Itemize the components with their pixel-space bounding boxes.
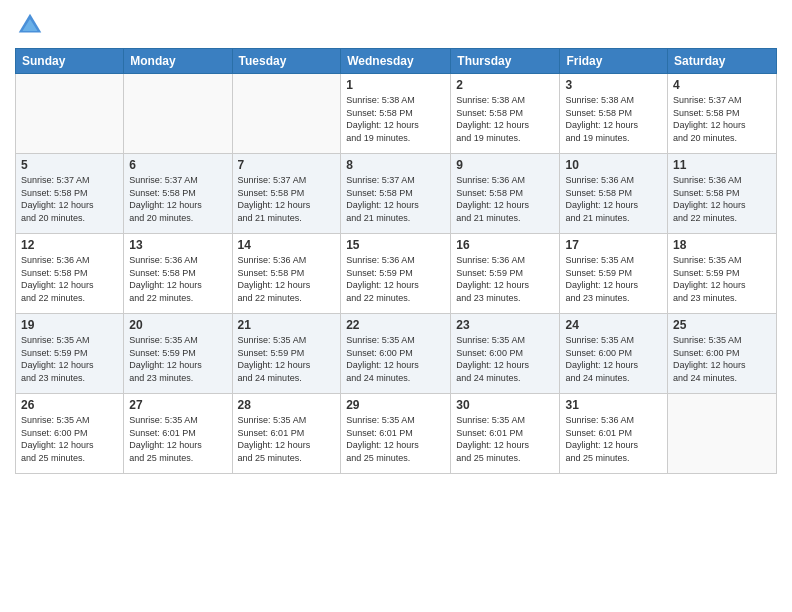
day-number: 12	[21, 238, 118, 252]
day-number: 10	[565, 158, 662, 172]
day-info: Sunrise: 5:35 AM Sunset: 6:00 PM Dayligh…	[565, 334, 662, 384]
day-number: 3	[565, 78, 662, 92]
calendar-cell: 18Sunrise: 5:35 AM Sunset: 5:59 PM Dayli…	[668, 234, 777, 314]
week-row-1: 1Sunrise: 5:38 AM Sunset: 5:58 PM Daylig…	[16, 74, 777, 154]
day-info: Sunrise: 5:35 AM Sunset: 6:01 PM Dayligh…	[346, 414, 445, 464]
calendar-cell: 17Sunrise: 5:35 AM Sunset: 5:59 PM Dayli…	[560, 234, 668, 314]
day-info: Sunrise: 5:35 AM Sunset: 5:59 PM Dayligh…	[565, 254, 662, 304]
day-info: Sunrise: 5:36 AM Sunset: 5:59 PM Dayligh…	[456, 254, 554, 304]
day-number: 29	[346, 398, 445, 412]
calendar-cell: 14Sunrise: 5:36 AM Sunset: 5:58 PM Dayli…	[232, 234, 341, 314]
week-row-2: 5Sunrise: 5:37 AM Sunset: 5:58 PM Daylig…	[16, 154, 777, 234]
day-number: 24	[565, 318, 662, 332]
day-info: Sunrise: 5:35 AM Sunset: 6:00 PM Dayligh…	[673, 334, 771, 384]
day-info: Sunrise: 5:38 AM Sunset: 5:58 PM Dayligh…	[456, 94, 554, 144]
calendar-cell	[124, 74, 232, 154]
day-info: Sunrise: 5:36 AM Sunset: 5:58 PM Dayligh…	[129, 254, 226, 304]
calendar-cell: 29Sunrise: 5:35 AM Sunset: 6:01 PM Dayli…	[341, 394, 451, 474]
day-header-sunday: Sunday	[16, 49, 124, 74]
day-info: Sunrise: 5:37 AM Sunset: 5:58 PM Dayligh…	[129, 174, 226, 224]
day-info: Sunrise: 5:37 AM Sunset: 5:58 PM Dayligh…	[346, 174, 445, 224]
calendar-body: 1Sunrise: 5:38 AM Sunset: 5:58 PM Daylig…	[16, 74, 777, 474]
calendar-cell: 25Sunrise: 5:35 AM Sunset: 6:00 PM Dayli…	[668, 314, 777, 394]
calendar-cell: 10Sunrise: 5:36 AM Sunset: 5:58 PM Dayli…	[560, 154, 668, 234]
calendar-cell: 4Sunrise: 5:37 AM Sunset: 5:58 PM Daylig…	[668, 74, 777, 154]
calendar-cell: 28Sunrise: 5:35 AM Sunset: 6:01 PM Dayli…	[232, 394, 341, 474]
day-number: 8	[346, 158, 445, 172]
day-info: Sunrise: 5:37 AM Sunset: 5:58 PM Dayligh…	[673, 94, 771, 144]
day-info: Sunrise: 5:36 AM Sunset: 5:58 PM Dayligh…	[238, 254, 336, 304]
calendar-cell	[16, 74, 124, 154]
day-number: 31	[565, 398, 662, 412]
calendar-cell: 21Sunrise: 5:35 AM Sunset: 5:59 PM Dayli…	[232, 314, 341, 394]
day-info: Sunrise: 5:38 AM Sunset: 5:58 PM Dayligh…	[565, 94, 662, 144]
day-number: 4	[673, 78, 771, 92]
calendar-header: SundayMondayTuesdayWednesdayThursdayFrid…	[16, 49, 777, 74]
day-info: Sunrise: 5:36 AM Sunset: 5:58 PM Dayligh…	[565, 174, 662, 224]
day-info: Sunrise: 5:35 AM Sunset: 5:59 PM Dayligh…	[673, 254, 771, 304]
day-info: Sunrise: 5:36 AM Sunset: 6:01 PM Dayligh…	[565, 414, 662, 464]
calendar-cell: 15Sunrise: 5:36 AM Sunset: 5:59 PM Dayli…	[341, 234, 451, 314]
calendar-cell: 24Sunrise: 5:35 AM Sunset: 6:00 PM Dayli…	[560, 314, 668, 394]
day-number: 1	[346, 78, 445, 92]
day-header-thursday: Thursday	[451, 49, 560, 74]
day-number: 5	[21, 158, 118, 172]
calendar-cell	[668, 394, 777, 474]
calendar-cell: 7Sunrise: 5:37 AM Sunset: 5:58 PM Daylig…	[232, 154, 341, 234]
calendar-cell: 2Sunrise: 5:38 AM Sunset: 5:58 PM Daylig…	[451, 74, 560, 154]
day-number: 26	[21, 398, 118, 412]
calendar-cell: 16Sunrise: 5:36 AM Sunset: 5:59 PM Dayli…	[451, 234, 560, 314]
week-row-5: 26Sunrise: 5:35 AM Sunset: 6:00 PM Dayli…	[16, 394, 777, 474]
day-info: Sunrise: 5:37 AM Sunset: 5:58 PM Dayligh…	[238, 174, 336, 224]
calendar-cell: 26Sunrise: 5:35 AM Sunset: 6:00 PM Dayli…	[16, 394, 124, 474]
day-number: 25	[673, 318, 771, 332]
day-info: Sunrise: 5:35 AM Sunset: 5:59 PM Dayligh…	[129, 334, 226, 384]
page-container: SundayMondayTuesdayWednesdayThursdayFrid…	[0, 0, 792, 484]
day-number: 20	[129, 318, 226, 332]
day-info: Sunrise: 5:35 AM Sunset: 5:59 PM Dayligh…	[238, 334, 336, 384]
day-header-saturday: Saturday	[668, 49, 777, 74]
calendar-table: SundayMondayTuesdayWednesdayThursdayFrid…	[15, 48, 777, 474]
calendar-cell: 6Sunrise: 5:37 AM Sunset: 5:58 PM Daylig…	[124, 154, 232, 234]
day-number: 17	[565, 238, 662, 252]
day-number: 22	[346, 318, 445, 332]
day-number: 2	[456, 78, 554, 92]
day-header-monday: Monday	[124, 49, 232, 74]
calendar-cell: 19Sunrise: 5:35 AM Sunset: 5:59 PM Dayli…	[16, 314, 124, 394]
calendar-cell	[232, 74, 341, 154]
calendar-cell: 8Sunrise: 5:37 AM Sunset: 5:58 PM Daylig…	[341, 154, 451, 234]
day-info: Sunrise: 5:35 AM Sunset: 5:59 PM Dayligh…	[21, 334, 118, 384]
day-number: 9	[456, 158, 554, 172]
days-of-week-row: SundayMondayTuesdayWednesdayThursdayFrid…	[16, 49, 777, 74]
day-info: Sunrise: 5:35 AM Sunset: 6:00 PM Dayligh…	[21, 414, 118, 464]
day-info: Sunrise: 5:36 AM Sunset: 5:59 PM Dayligh…	[346, 254, 445, 304]
calendar-cell: 9Sunrise: 5:36 AM Sunset: 5:58 PM Daylig…	[451, 154, 560, 234]
calendar-cell: 31Sunrise: 5:36 AM Sunset: 6:01 PM Dayli…	[560, 394, 668, 474]
day-info: Sunrise: 5:35 AM Sunset: 6:00 PM Dayligh…	[456, 334, 554, 384]
day-info: Sunrise: 5:37 AM Sunset: 5:58 PM Dayligh…	[21, 174, 118, 224]
calendar-cell: 12Sunrise: 5:36 AM Sunset: 5:58 PM Dayli…	[16, 234, 124, 314]
day-header-wednesday: Wednesday	[341, 49, 451, 74]
day-info: Sunrise: 5:36 AM Sunset: 5:58 PM Dayligh…	[673, 174, 771, 224]
calendar-cell: 1Sunrise: 5:38 AM Sunset: 5:58 PM Daylig…	[341, 74, 451, 154]
day-number: 21	[238, 318, 336, 332]
day-info: Sunrise: 5:38 AM Sunset: 5:58 PM Dayligh…	[346, 94, 445, 144]
calendar-cell: 5Sunrise: 5:37 AM Sunset: 5:58 PM Daylig…	[16, 154, 124, 234]
calendar-cell: 3Sunrise: 5:38 AM Sunset: 5:58 PM Daylig…	[560, 74, 668, 154]
day-number: 13	[129, 238, 226, 252]
day-number: 11	[673, 158, 771, 172]
day-info: Sunrise: 5:35 AM Sunset: 6:01 PM Dayligh…	[129, 414, 226, 464]
calendar-cell: 27Sunrise: 5:35 AM Sunset: 6:01 PM Dayli…	[124, 394, 232, 474]
day-info: Sunrise: 5:36 AM Sunset: 5:58 PM Dayligh…	[21, 254, 118, 304]
day-info: Sunrise: 5:36 AM Sunset: 5:58 PM Dayligh…	[456, 174, 554, 224]
day-header-tuesday: Tuesday	[232, 49, 341, 74]
day-info: Sunrise: 5:35 AM Sunset: 6:00 PM Dayligh…	[346, 334, 445, 384]
logo-icon	[15, 10, 45, 40]
calendar-cell: 23Sunrise: 5:35 AM Sunset: 6:00 PM Dayli…	[451, 314, 560, 394]
week-row-4: 19Sunrise: 5:35 AM Sunset: 5:59 PM Dayli…	[16, 314, 777, 394]
logo	[15, 10, 49, 40]
day-number: 7	[238, 158, 336, 172]
day-number: 15	[346, 238, 445, 252]
day-header-friday: Friday	[560, 49, 668, 74]
day-number: 18	[673, 238, 771, 252]
